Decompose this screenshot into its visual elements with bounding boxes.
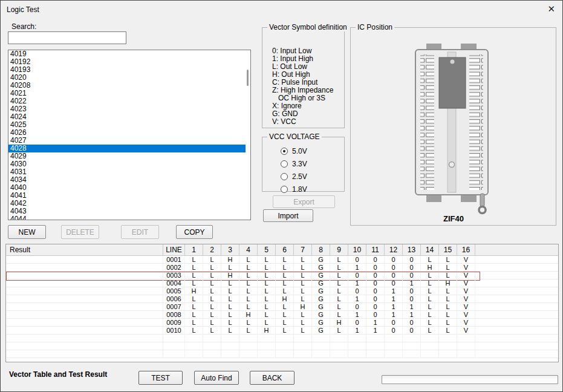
- vcc-option-1.8V[interactable]: 1.8V: [281, 183, 344, 195]
- pin-cell: [185, 350, 203, 358]
- pin-value: H: [276, 295, 294, 303]
- list-item[interactable]: 4028: [8, 145, 246, 152]
- list-item[interactable]: 4020: [8, 74, 246, 82]
- pin-value: L: [276, 272, 294, 279]
- result-row-0004[interactable]: 0004LLLLLLLGL1001LHV: [6, 279, 558, 287]
- pin-value: 1: [403, 311, 421, 319]
- list-item[interactable]: 4019: [8, 50, 246, 58]
- pin-value: L: [276, 303, 294, 311]
- pin-value: 0: [348, 303, 366, 311]
- auto-find-button[interactable]: Auto Find: [194, 371, 239, 385]
- ic-position-title: IC Position: [356, 23, 394, 31]
- pin-value: 0: [366, 264, 385, 272]
- line-cell: [163, 335, 185, 342]
- copy-button[interactable]: COPY: [176, 225, 213, 239]
- result-row-0001[interactable]: 0001LLHLLLLGL0000LLV: [6, 256, 558, 264]
- close-icon[interactable]: ✕: [547, 4, 555, 15]
- row-filler: [475, 327, 558, 335]
- list-item[interactable]: 4023: [8, 105, 246, 113]
- list-item[interactable]: 4042: [8, 200, 246, 207]
- device-list[interactable]: 4019401924019340204020840214022402340244…: [8, 50, 251, 220]
- pin-cell: [366, 342, 385, 350]
- pin-column-header: 14: [421, 244, 439, 255]
- list-item[interactable]: 4021: [8, 90, 246, 97]
- vcc-option-5.0V[interactable]: 5.0V: [281, 145, 344, 157]
- result-row-0005[interactable]: 0005HLLLLLLGL0010LLV: [6, 287, 558, 295]
- pin-value: L: [330, 279, 348, 287]
- pin-column-header: 5: [258, 244, 276, 255]
- list-item[interactable]: 4022: [8, 97, 246, 105]
- test-button[interactable]: TEST: [138, 371, 183, 385]
- result-row-0002[interactable]: 0002LLLLLLLGL1000HLV: [6, 264, 558, 272]
- vcc-option-3.3V[interactable]: 3.3V: [281, 157, 344, 170]
- pin-value: L: [258, 272, 276, 279]
- result-row-0007[interactable]: 0007LLLLLLHGL0011LLV: [6, 303, 558, 311]
- pin-value: 0: [403, 319, 421, 327]
- list-item[interactable]: 40208: [8, 82, 246, 90]
- search-input[interactable]: [8, 31, 126, 44]
- pin-value: L: [439, 295, 457, 303]
- pin-cell: [439, 342, 457, 350]
- pin-value: 1: [348, 295, 366, 303]
- pin-cell: [294, 335, 312, 342]
- pin-cell: [276, 350, 294, 358]
- pin-value: L: [276, 264, 294, 272]
- pin-value: L: [221, 319, 239, 327]
- back-button[interactable]: BACK: [250, 371, 295, 385]
- result-row-0003[interactable]: 0003LLHLLLLGL0000LLV: [6, 272, 558, 279]
- pin-value: V: [457, 319, 475, 327]
- line-number: 0004: [163, 279, 185, 287]
- import-button[interactable]: Import: [263, 209, 313, 222]
- pin-value: G: [312, 256, 330, 264]
- pin-value: L: [185, 295, 203, 303]
- list-item[interactable]: 40193: [8, 66, 246, 74]
- pin-value: L: [185, 279, 203, 287]
- list-item[interactable]: 4031: [8, 168, 246, 176]
- window-title: Logic Test: [7, 5, 39, 14]
- list-scrollbar-thumb[interactable]: [247, 70, 249, 86]
- result-row-0008[interactable]: 0008LLLHLLLGL1011LLV: [6, 311, 558, 319]
- pin-value: L: [421, 327, 439, 335]
- result-row-0009[interactable]: 0009LLLLLLLGH0100LLV: [6, 319, 558, 327]
- line-number: 0003: [163, 272, 185, 279]
- list-item[interactable]: 4029: [8, 152, 246, 160]
- list-item[interactable]: 4040: [8, 184, 246, 192]
- pin-value: L: [221, 279, 239, 287]
- pin-column-header: 12: [385, 244, 403, 255]
- pin-value: H: [239, 311, 258, 319]
- list-item[interactable]: 4026: [8, 129, 246, 137]
- list-item[interactable]: 40192: [8, 58, 246, 66]
- pin-cell: [330, 335, 348, 342]
- pin-value: L: [239, 272, 258, 279]
- vector-symbol-groupbox: Vector Symbol definition 0: Input Low1: …: [262, 27, 345, 128]
- pin-value: L: [239, 256, 258, 264]
- row-filler: [475, 295, 558, 303]
- list-item[interactable]: 4025: [8, 121, 246, 129]
- result-row-0010[interactable]: 0010LLLLHLLGL1100LLV: [6, 327, 558, 335]
- list-item[interactable]: 4030: [8, 160, 246, 168]
- line-cell: [163, 350, 185, 358]
- radio-icon[interactable]: [281, 160, 288, 168]
- vcc-option-2.5V[interactable]: 2.5V: [281, 170, 344, 183]
- pin-value: L: [294, 264, 312, 272]
- radio-icon[interactable]: [281, 148, 288, 155]
- pin-cell: [239, 342, 258, 350]
- pin-cell: [203, 335, 221, 342]
- list-item[interactable]: 4027: [8, 137, 246, 145]
- new-button[interactable]: NEW: [8, 225, 46, 239]
- list-item[interactable]: 4034: [8, 176, 246, 184]
- list-item[interactable]: 4043: [8, 207, 246, 215]
- pin-value: L: [258, 264, 276, 272]
- list-item[interactable]: 4044: [8, 215, 246, 220]
- pin-cell: [366, 335, 385, 342]
- pin-cell: [421, 342, 439, 350]
- pin-value: H: [221, 256, 239, 264]
- list-item[interactable]: 4041: [8, 192, 246, 200]
- list-item[interactable]: 4024: [8, 113, 246, 121]
- radio-icon[interactable]: [281, 186, 288, 193]
- result-row-0006[interactable]: 0006LLLLLHLGL1010LLV: [6, 295, 558, 303]
- radio-icon[interactable]: [281, 173, 288, 180]
- pin-value: L: [258, 295, 276, 303]
- pin-value: L: [439, 319, 457, 327]
- socket-label: ZIF40: [411, 214, 496, 223]
